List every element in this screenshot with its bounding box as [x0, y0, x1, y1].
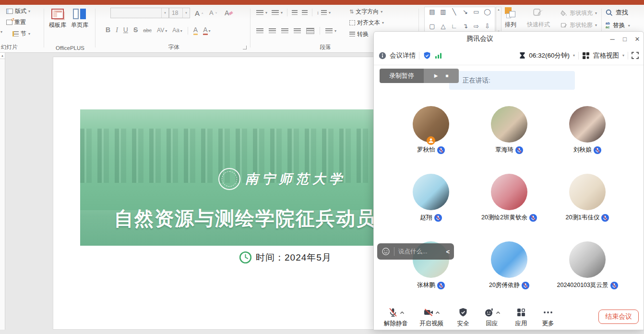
minimize-button[interactable]: ─: [606, 32, 619, 46]
strikethrough-button[interactable]: abc: [143, 27, 152, 33]
view-mode-selector[interactable]: 宫格视图: [593, 51, 619, 60]
resume-recording-button[interactable]: ▶: [434, 73, 438, 78]
reset-button[interactable]: 重置: [6, 18, 26, 26]
muted-mic-icon[interactable]: [437, 146, 445, 154]
shadow-button[interactable]: S: [133, 26, 138, 34]
apps-button[interactable]: 应用: [507, 307, 535, 328]
muted-mic-icon[interactable]: [522, 282, 529, 289]
start-video-button[interactable]: 开启视频: [413, 307, 450, 328]
participant-tile[interactable]: 罗秋怡: [395, 106, 467, 154]
align-center-icon[interactable]: [269, 28, 276, 34]
shape-vertical-textbox-icon[interactable]: ▥: [440, 9, 446, 20]
shape-oval-icon[interactable]: ◯: [484, 9, 491, 20]
numbering-button[interactable]: ▾: [272, 10, 283, 15]
line-spacing-button[interactable]: ↕▾: [317, 10, 331, 15]
meeting-timer[interactable]: 06:32(60分钟): [529, 51, 570, 60]
shape-arrow-icon[interactable]: ↘: [463, 9, 468, 20]
align-text-button[interactable]: 对齐文本 ▾: [349, 19, 384, 27]
align-left-icon[interactable]: [256, 28, 263, 34]
justify-icon[interactable]: [294, 28, 301, 34]
font-size-combo[interactable]: 18 ▾: [169, 8, 190, 18]
participant-tile[interactable]: 20测1韦佳仪: [551, 174, 623, 222]
meeting-details-link[interactable]: 会议详情: [390, 51, 416, 60]
muted-mic-icon[interactable]: [529, 214, 537, 222]
participant-tile[interactable]: 20房傅依静: [473, 241, 545, 289]
italic-button[interactable]: I: [116, 26, 118, 34]
emoji-icon[interactable]: [382, 247, 390, 256]
underline-button[interactable]: U: [123, 26, 128, 34]
clear-format-button[interactable]: A: [225, 9, 233, 17]
quick-styles-button[interactable]: 快速样式: [527, 7, 550, 29]
replace-button[interactable]: abac 替换 ▾: [606, 21, 630, 30]
collapse-chat-icon[interactable]: <: [443, 248, 452, 255]
increase-indent-icon[interactable]: [302, 10, 308, 15]
change-case-button[interactable]: Aa▾: [172, 27, 182, 34]
shape-textbox-icon[interactable]: ▤: [429, 9, 435, 20]
columns-button[interactable]: ▾: [325, 28, 336, 34]
highlight-color-button[interactable]: A: [193, 26, 198, 35]
chat-input[interactable]: 说点什么...: [398, 248, 440, 256]
section-button[interactable]: 节 ▾: [12, 30, 30, 38]
shape-line-icon[interactable]: ╲: [453, 9, 456, 20]
shape-fill-button[interactable]: 形状填充 ▾: [561, 9, 597, 17]
muted-mic-icon[interactable]: [601, 214, 609, 222]
info-icon[interactable]: [379, 52, 386, 60]
close-button[interactable]: ✕: [631, 32, 644, 46]
muted-mic-icon[interactable]: [437, 282, 445, 289]
bold-button[interactable]: B: [106, 26, 110, 34]
layout-button[interactable]: 版式 ▾: [6, 7, 30, 15]
end-meeting-button[interactable]: 结束会议: [598, 310, 639, 324]
slide-title[interactable]: 自然资源与测绘学院征兵动员: [114, 205, 376, 232]
distribute-icon[interactable]: [306, 28, 314, 34]
text-direction-button[interactable]: ⇅ 文字方向 ▾: [349, 8, 382, 16]
page-library-button[interactable]: 单页库: [71, 9, 88, 29]
participant-tile[interactable]: 赵翔: [395, 174, 467, 222]
stop-recording-button[interactable]: ■: [445, 73, 448, 78]
muted-mic-icon[interactable]: [610, 282, 618, 289]
security-button[interactable]: 安全: [450, 307, 477, 328]
chevron-down-icon[interactable]: ▾: [573, 53, 575, 58]
font-dialog-launcher[interactable]: [243, 46, 247, 49]
chat-quick-input[interactable]: 说点什么... <: [377, 243, 454, 260]
shape-rectangle-icon[interactable]: ▭: [473, 9, 479, 20]
cutoff-dropdown[interactable]: ▾: [0, 30, 2, 34]
font-color-button[interactable]: A▾: [203, 26, 210, 35]
thumbnail-panel-scrollbar[interactable]: ▲: [0, 53, 5, 330]
participant-tile[interactable]: 覃海琦: [473, 106, 545, 154]
unmute-button[interactable]: 解除静音: [379, 307, 413, 328]
maximize-button[interactable]: □: [619, 32, 631, 46]
scroll-up-icon[interactable]: ▲: [497, 8, 500, 11]
participant-tile[interactable]: 20测绘2班黄钦余: [473, 174, 545, 222]
chevron-down-icon[interactable]: ▾: [622, 53, 624, 58]
muted-mic-icon[interactable]: [434, 214, 442, 222]
find-button[interactable]: 查找: [606, 8, 628, 17]
more-button[interactable]: 更多: [535, 307, 561, 328]
reactions-button[interactable]: 回应: [477, 307, 507, 328]
security-shield-icon[interactable]: [423, 51, 431, 60]
network-signal-icon[interactable]: [435, 52, 442, 59]
fullscreen-icon[interactable]: [632, 52, 639, 59]
decrease-indent-icon[interactable]: [292, 10, 298, 15]
font-name-combo[interactable]: ▾: [110, 8, 169, 18]
grow-font-button[interactable]: A˄: [195, 9, 203, 17]
scroll-up-button[interactable]: ▲: [0, 53, 5, 59]
chevron-up-icon[interactable]: [400, 311, 405, 314]
participant-tile[interactable]: 刘秋娘: [551, 106, 623, 154]
shrink-font-button[interactable]: A˅: [209, 9, 217, 16]
bullets-button[interactable]: ▾: [256, 10, 267, 15]
muted-mic-icon[interactable]: [515, 146, 523, 154]
slide-time-row[interactable]: 时间：2024年5月: [239, 251, 332, 264]
align-right-icon[interactable]: [281, 28, 288, 34]
char-spacing-button[interactable]: AV▾: [157, 27, 167, 34]
participant-tile[interactable]: 2024020103莫云景: [551, 241, 623, 289]
convert-smartart-button[interactable]: 转换: [349, 30, 369, 38]
arrange-button[interactable]: 排列: [505, 7, 516, 29]
chevron-up-icon[interactable]: [435, 311, 440, 314]
muted-mic-icon[interactable]: [594, 146, 601, 154]
shape-gallery-scrollbar[interactable]: ▲ ▼: [496, 7, 501, 35]
template-library-button[interactable]: 模板库: [49, 9, 66, 29]
meeting-titlebar[interactable]: 腾讯会议 ─ □ ✕: [374, 32, 644, 46]
shape-outline-button[interactable]: 形状轮廓 ▾: [561, 21, 597, 29]
chevron-up-icon[interactable]: [496, 311, 501, 314]
shape-gallery[interactable]: ▤ ▥ ╲ ↘ ▭ ◯ ▢ △ ∟ ↴ ⇨ ⇩: [424, 7, 495, 35]
